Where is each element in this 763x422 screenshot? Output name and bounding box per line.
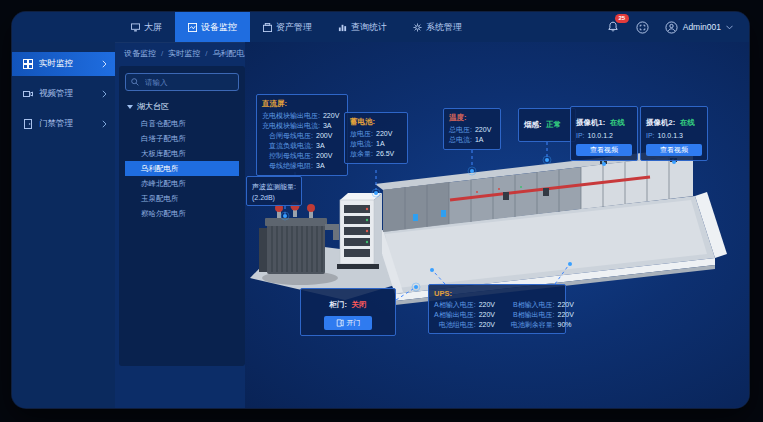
gear-icon	[413, 23, 422, 32]
metric-value: 220V	[323, 111, 342, 121]
metric-row: A相输入电压:220V	[434, 300, 501, 310]
metric-row: 控制母线电压:200V	[262, 151, 342, 161]
tab-label: 查询统计	[351, 21, 387, 34]
metric-label: 放电流:	[350, 139, 373, 149]
fullscreen-button[interactable]	[635, 19, 651, 35]
view-video-button[interactable]: 查看视频	[646, 144, 702, 156]
metric-value: 3A	[316, 141, 342, 151]
asset-box-icon	[263, 23, 272, 32]
metric-row: B相输入电压:220V	[511, 300, 580, 310]
breadcrumb: 设备监控 / 实时监控 / 乌利配电所	[124, 48, 252, 59]
open-door-label: 开门	[347, 318, 361, 328]
panel-title: 摄像机1:	[576, 118, 605, 127]
metric-label: 电池组电压:	[434, 320, 476, 330]
sidebar-item-video-management[interactable]: 视频管理	[12, 82, 115, 106]
metric-value: 3A	[316, 161, 342, 171]
panel-title: UPS:	[434, 289, 560, 298]
camera-ip-row: IP:10.0.1.2	[576, 131, 632, 141]
open-door-button[interactable]: 开门	[324, 316, 372, 330]
panel-smoke-sensor: 烟感: 正常	[518, 108, 576, 142]
statistics-icon	[338, 23, 347, 32]
username: Admin001	[683, 22, 721, 32]
tab-label: 系统管理	[426, 21, 462, 34]
ip-label: IP:	[576, 131, 585, 141]
camera-status: 在线	[610, 118, 625, 127]
metric-label: 放电压:	[350, 129, 373, 139]
metric-value: 1A	[376, 139, 402, 149]
nav-tabs: 大屏 设备监控 资产管理 查询统计 系统管理	[118, 12, 475, 42]
metric-value: 220V	[479, 320, 501, 330]
smoke-status: 正常	[546, 120, 561, 129]
metric-label: 总电流:	[449, 135, 472, 145]
breadcrumb-item[interactable]: 设备监控	[124, 48, 156, 59]
metric-label: 合闸母线电压:	[262, 131, 313, 141]
metric-value: 200V	[316, 151, 342, 161]
tree-item[interactable]: 白音仓配电所	[125, 116, 239, 131]
tree-item[interactable]: 玉泉配电所	[125, 191, 239, 206]
metric-label: 直流负载电流:	[262, 141, 313, 151]
metric-value: 220V	[479, 310, 501, 320]
metric-row: 放电压:220V	[350, 129, 402, 139]
door-label: 柜门:	[330, 300, 348, 309]
chevron-right-icon	[102, 90, 107, 98]
tab-dashboard[interactable]: 大屏	[118, 12, 175, 42]
metric-row: 电池剩余容量:90%	[511, 320, 580, 330]
tree-item[interactable]: 白塔子配电所	[125, 131, 239, 146]
tree-item[interactable]: 赤峰北配电所	[125, 176, 239, 191]
camera-status: 在线	[680, 118, 695, 127]
ups-columns: A相输入电压:220V A相输出电压:220V 电池组电压:220V B相输入电…	[434, 300, 560, 330]
tab-system-management[interactable]: 系统管理	[400, 12, 475, 42]
main-3d-viewport: 直流屏: 充电模块输出电压:220V 充电模块输出电流:3A 合闸母线电压:20…	[245, 42, 749, 408]
metric-value: 220V	[475, 125, 495, 135]
metric-row: 放余量:26.5V	[350, 149, 402, 159]
search-input[interactable]	[143, 77, 233, 88]
metric-value: 26.5V	[376, 149, 402, 159]
tree-item[interactable]: 察哈尔配电所	[125, 206, 239, 221]
breadcrumb-separator: /	[161, 49, 163, 58]
user-menu[interactable]: Admin001	[665, 21, 733, 34]
acoustic-value: (2.2dB)	[252, 192, 296, 203]
panel-camera-2: 摄像机2: 在线 IP:10.0.1.3 查看视频	[640, 106, 708, 161]
metric-label: 总电压:	[449, 125, 472, 135]
tree-item-selected[interactable]: 乌利配电所	[125, 161, 239, 176]
station-tree-panel: 湖大台区 白音仓配电所 白塔子配电所 大板库配电所 乌利配电所 赤峰北配电所 玉…	[119, 66, 245, 366]
chevron-right-icon	[102, 60, 107, 68]
metric-row: 总电压:220V	[449, 125, 495, 135]
fullscreen-icon	[636, 21, 649, 34]
tree-item[interactable]: 大板库配电所	[125, 146, 239, 161]
metric-label: B相输出电压:	[511, 310, 555, 320]
panel-ups: UPS: A相输入电压:220V A相输出电压:220V 电池组电压:220V …	[428, 284, 566, 334]
view-video-button[interactable]: 查看视频	[576, 144, 632, 156]
notification-badge: 25	[615, 14, 629, 23]
tab-device-monitoring[interactable]: 设备监控	[175, 12, 250, 42]
metric-value: 220V	[376, 129, 402, 139]
top-nav-bar: 大屏 设备监控 资产管理 查询统计 系统管理 25	[12, 12, 749, 43]
bell-icon	[607, 21, 619, 33]
metric-label: A相输入电压:	[434, 300, 476, 310]
metric-row: 直流负载电流:3A	[262, 141, 342, 151]
panel-camera-1: 摄像机1: 在线 IP:10.0.1.2 查看视频	[570, 106, 638, 161]
panel-battery: 蓄电池: 放电压:220V 放电流:1A 放余量:26.5V	[344, 112, 408, 164]
metric-label: 放余量:	[350, 149, 373, 159]
notifications-button[interactable]: 25	[605, 19, 621, 35]
tab-asset-management[interactable]: 资产管理	[250, 12, 325, 42]
tab-query-statistics[interactable]: 查询统计	[325, 12, 400, 42]
panel-temperature: 温度: 总电压:220V 总电流:1A	[443, 108, 501, 150]
tree-root-node[interactable]: 湖大台区	[127, 101, 239, 112]
breadcrumb-item[interactable]: 实时监控	[168, 48, 200, 59]
metric-label: 控制母线电压:	[262, 151, 313, 161]
ip-value: 10.0.1.2	[588, 131, 613, 141]
door-icon	[23, 119, 33, 129]
sidebar-item-realtime-monitoring[interactable]: 实时监控	[12, 52, 115, 76]
metric-row: 电池组电压:220V	[434, 320, 501, 330]
app-window: 大屏 设备监控 资产管理 查询统计 系统管理 25	[12, 12, 749, 408]
tab-label: 大屏	[144, 21, 162, 34]
sidebar-item-access-control[interactable]: 门禁管理	[12, 112, 115, 136]
tab-label: 资产管理	[276, 21, 312, 34]
camera-ip-row: IP:10.0.1.3	[646, 131, 702, 141]
video-camera-icon	[23, 89, 33, 99]
metric-label: B相输入电压:	[511, 300, 555, 310]
ups-left-column: A相输入电压:220V A相输出电压:220V 电池组电压:220V	[434, 300, 501, 330]
metric-label: 母线绝缘电阻:	[262, 161, 313, 171]
metric-value: 220V	[558, 300, 580, 310]
